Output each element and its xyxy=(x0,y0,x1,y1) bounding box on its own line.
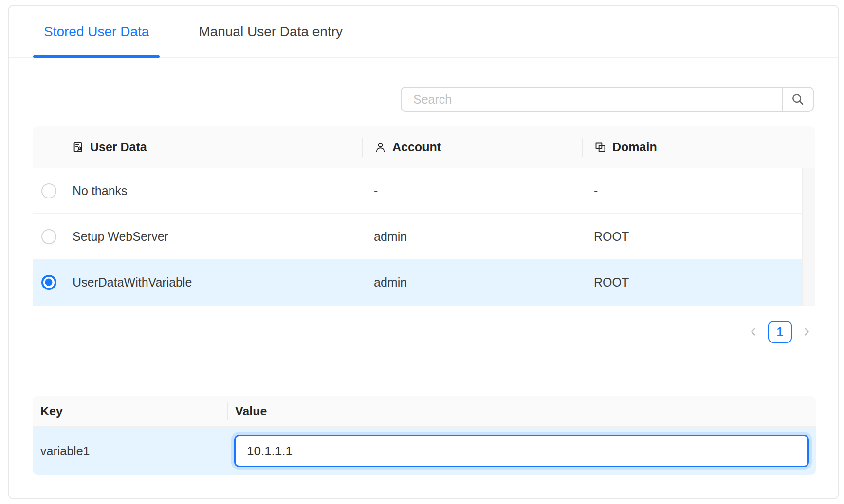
row-radio-unchecked[interactable] xyxy=(41,229,56,244)
kv-key-cell: variable1 xyxy=(33,444,227,458)
column-label-account: Account xyxy=(392,140,441,154)
kv-column-header-value: Value xyxy=(227,396,816,426)
cell-domain: ROOT xyxy=(582,230,802,244)
table-row-no-thanks[interactable]: No thanks - - xyxy=(33,168,802,214)
kv-column-header-key: Key xyxy=(33,396,227,426)
tab-manual-user-data-entry[interactable]: Manual User Data entry xyxy=(188,6,353,57)
value-input[interactable]: 10.1.1.1 xyxy=(234,435,809,467)
user-data-document-icon xyxy=(72,141,85,154)
column-header-account: Account xyxy=(362,126,582,168)
pagination-prev-button[interactable] xyxy=(746,321,761,342)
stored-user-data-table: User Data Account xyxy=(33,126,815,306)
column-header-domain: Domain xyxy=(582,126,815,168)
cell-user-data: UserDataWithVariable xyxy=(65,275,362,289)
cell-user-data: No thanks xyxy=(65,184,362,198)
tab-stored-user-data[interactable]: Stored User Data xyxy=(33,6,160,57)
key-value-table: Key Value variable1 10.1.1.1 xyxy=(33,396,816,475)
search-input[interactable] xyxy=(401,87,783,112)
search-group xyxy=(401,87,814,112)
row-radio-checked[interactable] xyxy=(41,275,56,290)
column-label-domain: Domain xyxy=(612,140,657,154)
cell-account: admin xyxy=(362,230,582,244)
row-radio-unchecked[interactable] xyxy=(41,183,56,198)
kv-value-cell: 10.1.1.1 xyxy=(227,435,816,467)
table-row-userdatawithvariable[interactable]: UserDataWithVariable admin ROOT xyxy=(33,260,802,306)
table-scrollbar-track[interactable] xyxy=(802,168,815,306)
pagination: 1 xyxy=(746,321,814,343)
cell-domain: - xyxy=(582,184,802,198)
search-icon xyxy=(790,92,805,107)
text-cursor xyxy=(294,443,295,459)
chevron-right-icon xyxy=(801,326,812,337)
table-body: No thanks - - Setup WebServer admin ROOT… xyxy=(33,168,815,306)
value-input-text: 10.1.1.1 xyxy=(247,444,293,459)
table-row-setup-webserver[interactable]: Setup WebServer admin ROOT xyxy=(33,214,802,260)
cell-user-data: Setup WebServer xyxy=(65,230,362,244)
column-header-user-data: User Data xyxy=(65,126,362,168)
cell-account: admin xyxy=(362,275,582,289)
cell-account: - xyxy=(362,184,582,198)
search-button[interactable] xyxy=(783,87,814,112)
table-header-row: User Data Account xyxy=(33,126,815,168)
pagination-next-button[interactable] xyxy=(799,321,814,342)
domain-blocks-icon xyxy=(594,141,607,154)
screen: Stored User Data Manual User Data entry xyxy=(0,0,844,504)
tab-bar: Stored User Data Manual User Data entry xyxy=(9,6,838,58)
selection-column-header xyxy=(33,126,65,168)
kv-row-variable1: variable1 10.1.1.1 xyxy=(33,427,816,475)
cell-domain: ROOT xyxy=(582,275,802,289)
pagination-page-1[interactable]: 1 xyxy=(768,321,792,343)
person-icon xyxy=(374,141,387,154)
chevron-left-icon xyxy=(748,326,759,337)
column-label-user-data: User Data xyxy=(90,140,147,154)
user-data-panel: Stored User Data Manual User Data entry xyxy=(8,5,839,499)
kv-header-row: Key Value xyxy=(33,396,816,427)
